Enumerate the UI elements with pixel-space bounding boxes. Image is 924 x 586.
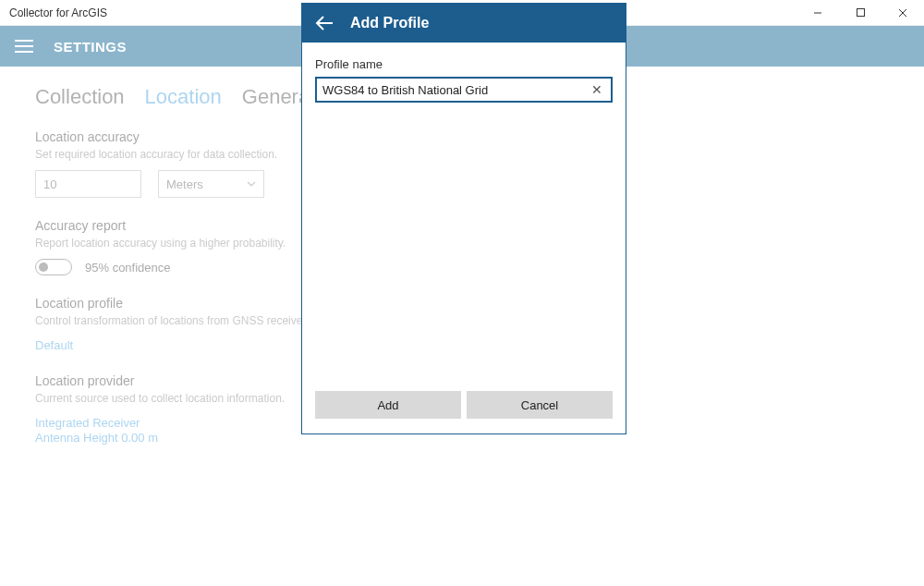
clear-input-button[interactable]: ✕ <box>589 81 605 98</box>
window-close-button[interactable] <box>881 0 924 26</box>
dialog-back-button[interactable] <box>313 12 335 34</box>
accuracy-unit-select[interactable]: Meters <box>158 170 264 198</box>
confidence-toggle-label: 95% confidence <box>85 261 171 275</box>
profile-name-label: Profile name <box>315 57 613 71</box>
location-profile-link[interactable]: Default <box>35 338 73 352</box>
svg-rect-1 <box>857 9 864 17</box>
dialog-title: Add Profile <box>350 15 429 31</box>
add-button[interactable]: Add <box>315 391 461 419</box>
close-icon: ✕ <box>591 82 602 97</box>
confidence-toggle[interactable] <box>35 259 72 275</box>
dialog-header: Add Profile <box>302 4 626 43</box>
window-minimize-button[interactable] <box>796 0 839 26</box>
menu-button[interactable] <box>11 33 37 59</box>
tab-location[interactable]: Location <box>145 85 222 109</box>
profile-name-input[interactable] <box>322 79 583 101</box>
window-maximize-button[interactable] <box>839 0 881 26</box>
profile-name-field: ✕ <box>315 77 613 103</box>
cancel-button[interactable]: Cancel <box>467 391 613 419</box>
page-title: SETTINGS <box>54 39 127 55</box>
chevron-down-icon <box>247 179 256 189</box>
location-provider-link-1[interactable]: Integrated Receiver <box>35 416 140 430</box>
add-profile-dialog: Add Profile Profile name ✕ Add Cancel <box>301 3 626 434</box>
tab-collection[interactable]: Collection <box>35 85 125 109</box>
accuracy-value-input[interactable] <box>35 170 141 198</box>
window-title: Collector for ArcGIS <box>9 6 107 19</box>
accuracy-unit-label: Meters <box>166 177 203 191</box>
